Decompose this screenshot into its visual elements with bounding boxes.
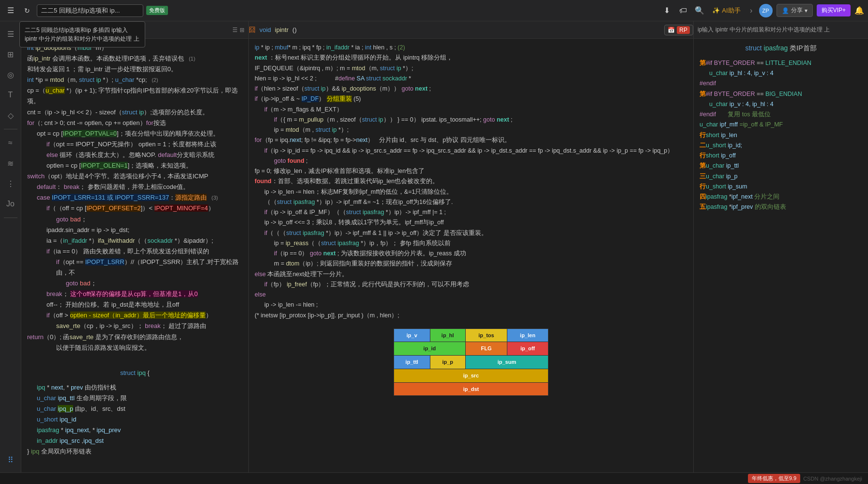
code-line: u_short ipq_id	[27, 414, 243, 425]
code-line: break； 这个off保存的偏移是从cp算，但基准是1，从0	[27, 289, 243, 299]
right-panel-content: struct ipasfrag 类IP首部 第#if BYTE_ORDER ==…	[694, 39, 868, 472]
share-button[interactable]: 👤 分享 ▾	[777, 4, 813, 17]
struct-ipasfrag-title: struct ipasfrag 类IP首部	[700, 43, 862, 54]
left-panel: ip_dooptions 函数 ☰ ⊞ int ip_dooptions（mbu…	[21, 21, 249, 472]
code-line: hlen = ip -> ip_hl << 2 ; #define SA str…	[255, 74, 687, 84]
sidebar-item-dots[interactable]: ⠿	[2, 451, 19, 468]
code-line: if（hlen > sizeof（struct ip）&& ip_dooptio…	[255, 84, 687, 94]
code-line: else	[255, 290, 687, 300]
tag-button[interactable]: 🏷	[676, 4, 690, 17]
left-panel-action-2[interactable]: ⊞	[240, 27, 244, 33]
sidebar-item-menu[interactable]: ☰	[2, 25, 19, 43]
sidebar-item-scroll[interactable]: ≋	[2, 155, 19, 172]
center-panel: 囧 void ipintr () 📅 RP ip * ip ; mbuf* m …	[249, 21, 694, 472]
refresh-button[interactable]: ↻	[20, 4, 34, 17]
header-funcname: ipintr	[275, 26, 289, 33]
code-line: cp =（u_char *）(ip + 1); 字节指针cp指向IP包首部的标准…	[27, 85, 243, 107]
sidebar-item-text[interactable]: T	[2, 86, 19, 104]
code-line-next: next ：标号next 标识主要的分组处理循环的开始。从 ipintrq 移除…	[255, 53, 687, 63]
sidebar-item-list[interactable]: ⋮	[2, 175, 19, 192]
code-line: ipq * next, * prev 由仿指针栈	[27, 382, 243, 393]
code-line: if（（（struct ipasfrag *）ip）-> ipf_mff & 1…	[255, 228, 687, 238]
code-line: case IPOPT_LSRR=131 或 IPOPT_SSRR=137：源指定…	[27, 192, 243, 203]
struct-field-line: 第u_char ip_ttl	[700, 161, 862, 171]
code-line: ip = mtod（m , struct ip *）;	[255, 125, 687, 135]
code-line: u_char ipq_p 由p、id、src、dst	[27, 404, 243, 414]
avatar[interactable]: ZP	[759, 4, 773, 17]
sidebar-item-num[interactable]: Jо	[2, 195, 19, 213]
code-line: goto bad；	[27, 278, 243, 289]
forward-button[interactable]: ›	[746, 4, 756, 17]
struct-ipq-header: struct ipq {	[27, 368, 243, 378]
topbar-right: ZP 👤 分享 ▾ 购买VIP+ 🔔	[759, 4, 864, 17]
sidebar-item-grid[interactable]: ⊞	[2, 46, 19, 63]
code-line: if（fp） ip_freef（fp）；正常情况，此行代码是执行不到的，可以不用…	[255, 280, 687, 290]
code-line: ip = ip_reass（（struct ipasfrag *）ip，fp）；…	[255, 238, 687, 249]
cell-flg: FLG	[465, 342, 507, 356]
code-line: ip -> ip_len -= hlen；标志MF复制到ipf_mff的低位，&…	[255, 187, 687, 197]
watermark: CSDN @zhangzhangkeji	[803, 476, 862, 482]
sidebar-item-diamond[interactable]: ◇	[2, 107, 19, 124]
code-line: for（fp = ipq.next; fp != &ipq; fp = fp->…	[255, 135, 687, 145]
code-line: goto found ;	[255, 156, 687, 166]
code-line: else 本函跳至next处理下一分片。	[255, 269, 687, 280]
struct-field-line: u_char ip_v : 4, ip_hl : 4	[700, 99, 862, 109]
ai-assistant-button[interactable]: ✨ AI助手	[709, 5, 743, 16]
code-line: （（struct ipasfrag *）ip）-> ipf_mff &= ~1；…	[255, 197, 687, 207]
right-panel-header: ip输入 ipintr 中分片的组装和对分片中选项的处理 上	[694, 21, 868, 39]
struct-field-line: #endif 复用 tos 最低位	[700, 109, 862, 120]
struct-field-line: u_char ip_hl : 4, ip_v : 4	[700, 68, 862, 78]
cell-ip-id: ip_id	[394, 342, 466, 356]
code-line: save_rte（cp，ip -> ip_src）； break； 超过了源路由	[27, 321, 243, 331]
toolbar-icon-rp[interactable]: RP	[677, 26, 690, 34]
code-line: if（（off = cp [IPOPT_OFFSET=2]）< IPOPT_MI…	[27, 203, 243, 214]
code-line: optlen = cp [IPOPT_OLEN=1]；选项略，未知选项。	[27, 160, 243, 171]
code-line: m = dtom（ip）; 则返回指向重装好的数据报的指针，没成则保存	[255, 259, 687, 269]
code-line: ipaddr.sin_addr = ip -> ip_dst;	[27, 225, 243, 235]
toolbar-icon-calendar[interactable]: 📅	[668, 27, 675, 33]
code-line: if（{ m = m_pullup（m , sizeof（struct ip））…	[255, 115, 687, 125]
bottombar: 年终低惠，低至9.9 CSDN @zhangzhangkeji	[0, 472, 868, 484]
code-line: } ipq 全局双向环形链表	[27, 446, 243, 457]
promo-badge[interactable]: 年终低惠，低至9.9	[748, 474, 800, 483]
code-line: if（ip -> ip_off & IP_MF）（（struct ipasfra…	[255, 207, 687, 218]
left-panel-content: int ip_dooptions（mbuf *m） 函ip_intr 会调用本函…	[21, 39, 248, 472]
vip-button[interactable]: 购买VIP+	[817, 4, 851, 16]
code-line: ip * ip ; mbuf* m ; ipq * fp ; in_ifaddr…	[255, 43, 687, 53]
code-line: if（opt == IPOPT_LSRR）//（IPOPT_SSRR）主机了.对…	[27, 257, 243, 278]
struct-field-line: 二u_short ip_id;	[700, 141, 862, 151]
code-line: for（; cnt > 0; cnt -= optlen, cp += optl…	[27, 118, 243, 128]
code-line: if（off > optlen - sizeof（in_addr）最后一个地址的…	[27, 310, 243, 321]
struct-field-line: 第#if BYTE_ORDER == LITTLE_ENDIAN	[700, 58, 862, 68]
menu-icon[interactable]: ☰	[4, 4, 17, 17]
header-icon: 囧	[249, 26, 256, 34]
code-line: switch（opt）地址是4个字节。若选项位移小于4，本函发送ICMP	[27, 171, 243, 182]
right-panel: ip输入 ipintr 中分片的组装和对分片中选项的处理 上 struct ip…	[694, 21, 868, 472]
header-parens: ()	[292, 26, 297, 33]
cell-ip-tos: ip_tos	[465, 328, 507, 342]
code-line: 函ip_intr 会调用本函数。本函数处理IP选项，丢弃错误包 (1)	[27, 53, 243, 64]
center-panel-content: ip * ip ; mbuf* m ; ipq * fp ; in_ifaddr…	[249, 39, 693, 472]
code-line: fp = 0; 修改ip_len，减去IP标准首部和选项。标准ip_len包含了	[255, 166, 687, 176]
code-line: ip -> ip_len -= hlen ;	[255, 300, 687, 310]
left-panel-action-1[interactable]: ☰	[232, 27, 238, 33]
document-title[interactable]: 二二5 回顾总结ip选项和 ip...	[37, 4, 143, 17]
download-button[interactable]: ⬇	[660, 4, 673, 17]
code-line: cnt =（ip -> ip_hl << 2）- sizeof（struct i…	[27, 107, 243, 118]
sidebar-item-wave[interactable]: ≈	[2, 134, 19, 152]
ai-icon: ✨	[712, 7, 720, 14]
notification-bell[interactable]: 🔔	[854, 6, 864, 15]
header-void: void	[259, 26, 271, 33]
sidebar-item-circle[interactable]: ◎	[2, 66, 19, 83]
struct-field-line: 三u_char ip_p	[700, 172, 862, 182]
code-line: ia =（in_ifaddr *）ifa_ifwithaddr（（sockadd…	[27, 235, 243, 246]
struct-field-line: u_char ipf_mff =ip_off & IP_MF	[700, 120, 862, 130]
code-line: 和转发会返回１；需 ip_intr 进一步处理数据报返回0。	[27, 64, 243, 75]
floating-toolbar: 📅 RP	[664, 25, 693, 35]
cell-ip-ttl: ip_ttl	[394, 356, 430, 369]
search-button[interactable]: 🔍	[693, 4, 706, 17]
code-line: int *ip = mtod（m, struct ip *）; u_char *…	[27, 75, 243, 85]
code-line: u_char ipq_ttl 生命周期字段，限	[27, 393, 243, 404]
cell-ip-p: ip_p	[430, 356, 465, 369]
struct-field-line: #endif	[700, 78, 862, 89]
